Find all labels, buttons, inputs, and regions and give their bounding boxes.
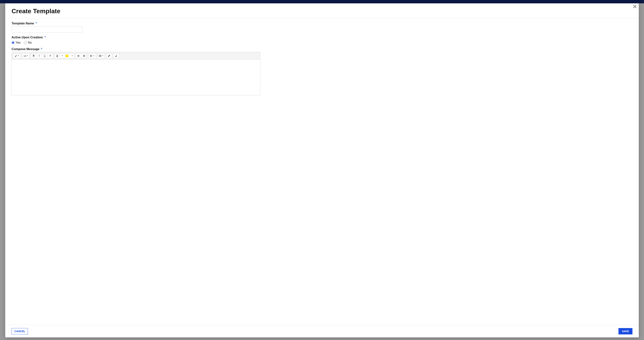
- caret-down-icon: [18, 55, 19, 56]
- compose-message-field: Compose Message *: [12, 47, 632, 95]
- paragraph-align-button[interactable]: [88, 53, 96, 58]
- save-button[interactable]: SAVE: [618, 328, 632, 335]
- svg-point-2: [83, 56, 84, 57]
- required-asterisk: *: [44, 35, 46, 39]
- svg-point-0: [83, 55, 84, 55]
- required-asterisk: *: [41, 47, 42, 51]
- rich-text-editor: 14 B I U S A: [12, 52, 260, 95]
- ordered-list-icon: [77, 54, 80, 57]
- svg-point-1: [83, 56, 84, 56]
- caret-down-icon: [27, 55, 28, 56]
- underline-icon: U: [44, 54, 46, 57]
- caret-down-icon: [72, 55, 73, 56]
- compose-textarea[interactable]: [12, 60, 260, 95]
- create-template-modal: ✕ Create Template Template Name * Active…: [5, 3, 639, 338]
- strikethrough-button[interactable]: S: [48, 53, 53, 58]
- compose-label-text: Compose Message: [12, 47, 39, 51]
- eraser-icon: [115, 54, 118, 57]
- active-no-option[interactable]: No: [24, 41, 32, 44]
- active-yes-option[interactable]: Yes: [12, 41, 20, 44]
- ordered-list-button[interactable]: [75, 53, 81, 58]
- table-button[interactable]: [97, 53, 105, 58]
- active-no-label: No: [28, 41, 32, 44]
- italic-icon: I: [39, 54, 40, 57]
- template-name-input[interactable]: [12, 26, 82, 32]
- active-upon-creation-field: Active Upon Creation * Yes No: [12, 35, 632, 44]
- table-icon: [99, 54, 101, 57]
- font-color-button[interactable]: A: [54, 53, 60, 58]
- editor-toolbar: 14 B I U S A: [12, 52, 260, 60]
- magic-style-button[interactable]: [13, 53, 21, 58]
- active-yes-radio[interactable]: [12, 41, 14, 44]
- caret-down-icon: [62, 55, 63, 56]
- template-name-label-text: Template Name: [12, 21, 34, 25]
- active-radio-group: Yes No: [12, 41, 632, 44]
- cancel-button[interactable]: CANCEL: [12, 328, 28, 335]
- font-color-dropdown[interactable]: [60, 53, 64, 58]
- italic-button[interactable]: I: [36, 53, 42, 58]
- template-name-field: Template Name *: [12, 21, 632, 32]
- modal-body: Template Name * Active Upon Creation * Y…: [5, 18, 639, 325]
- template-name-label: Template Name *: [12, 21, 37, 25]
- required-asterisk: *: [36, 21, 37, 25]
- modal-title: Create Template: [12, 7, 632, 15]
- magic-wand-icon: [14, 54, 17, 57]
- modal-footer: CANCEL SAVE: [5, 325, 639, 338]
- highlight-swatch-icon: [66, 54, 68, 57]
- font-size-value: 14: [24, 54, 26, 57]
- app-top-bar: [0, 0, 644, 3]
- link-icon: [108, 54, 110, 57]
- highlight-color-button[interactable]: [64, 53, 70, 58]
- close-icon[interactable]: ✕: [633, 4, 637, 9]
- font-size-button[interactable]: 14: [22, 53, 30, 58]
- caret-down-icon: [93, 55, 94, 56]
- underline-button[interactable]: U: [42, 53, 48, 58]
- bold-icon: B: [33, 54, 34, 57]
- caret-down-icon: [102, 55, 103, 56]
- active-yes-label: Yes: [16, 41, 20, 44]
- highlight-color-dropdown[interactable]: [70, 53, 74, 58]
- active-no-radio[interactable]: [24, 41, 27, 44]
- active-label-text: Active Upon Creation: [12, 35, 43, 39]
- link-button[interactable]: [106, 53, 112, 58]
- font-color-icon: A: [56, 54, 58, 57]
- eraser-button[interactable]: [113, 53, 119, 58]
- modal-header: Create Template: [5, 3, 639, 18]
- unordered-list-button[interactable]: [81, 53, 87, 58]
- strikethrough-icon: S: [50, 54, 51, 57]
- active-label: Active Upon Creation *: [12, 35, 46, 39]
- unordered-list-icon: [83, 54, 85, 57]
- compose-label: Compose Message *: [12, 47, 42, 51]
- bold-button[interactable]: B: [31, 53, 36, 58]
- align-icon: [90, 54, 92, 57]
